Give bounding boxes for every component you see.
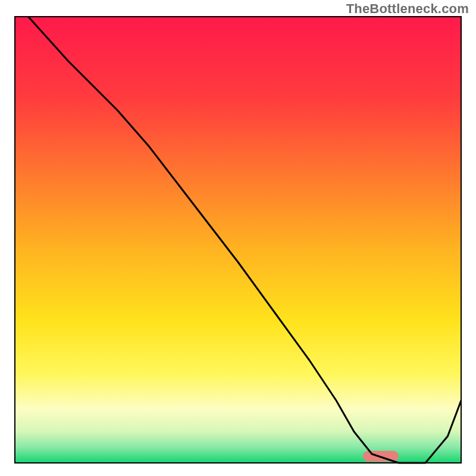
chart-container: TheBottleneck.com [0, 0, 476, 476]
chart-svg [0, 0, 476, 476]
watermark-text: TheBottleneck.com [346, 1, 469, 17]
plot-background [15, 17, 461, 462]
